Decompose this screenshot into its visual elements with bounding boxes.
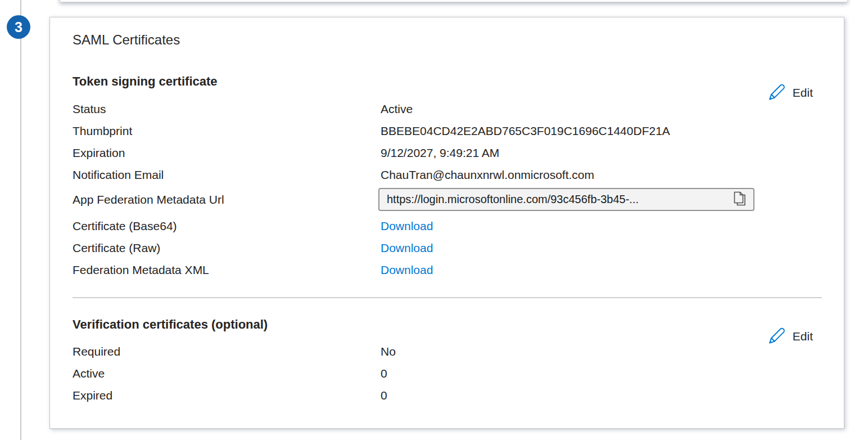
field-value: 0	[381, 367, 387, 380]
field-label: Expired	[73, 389, 381, 402]
field-label: Thumbprint	[73, 124, 381, 138]
field-value: No	[381, 345, 396, 358]
certificate-download-rows: Certificate (Base64) Download Certificat…	[73, 215, 821, 281]
field-label: Required	[73, 345, 381, 358]
verification-certificates-heading: Verification certificates (optional)	[73, 317, 268, 332]
field-value: Active	[381, 102, 413, 116]
card-title: SAML Certificates	[73, 32, 180, 48]
step-number: 3	[15, 19, 22, 35]
download-certificate-base64-link[interactable]: Download	[381, 219, 433, 233]
verification-fields: Required No Active 0 Expired 0	[73, 340, 821, 406]
field-label: Status	[73, 102, 381, 116]
stepper-connector-line	[20, 0, 21, 440]
field-value: BBEBE04CD42E2ABD765C3F019C1696C1440DF21A	[381, 124, 670, 138]
token-signing-certificate-heading: Token signing certificate	[73, 74, 218, 89]
saml-certificates-card: SAML Certificates Token signing certific…	[49, 17, 844, 429]
field-row-certificate-base64: Certificate (Base64) Download	[73, 215, 821, 237]
field-label: App Federation Metadata Url	[73, 193, 378, 206]
field-value: 0	[381, 389, 387, 402]
field-row-status: Status Active	[73, 98, 821, 120]
field-label: Federation Metadata XML	[73, 263, 381, 277]
section-divider	[73, 297, 822, 298]
field-row-expired-count: Expired 0	[73, 384, 821, 406]
saml-sso-step3-section: 3 SAML Certificates Token signing certif…	[0, 0, 868, 440]
field-row-expiration: Expiration 9/12/2027, 9:49:21 AM	[73, 142, 821, 164]
field-label: Certificate (Raw)	[73, 241, 381, 255]
field-label: Expiration	[73, 146, 381, 160]
field-row-required: Required No	[73, 340, 821, 362]
field-row-certificate-raw: Certificate (Raw) Download	[73, 237, 821, 259]
field-label: Certificate (Base64)	[73, 219, 381, 233]
copy-icon	[733, 191, 747, 208]
copy-to-clipboard-button[interactable]	[732, 191, 748, 208]
download-certificate-raw-link[interactable]: Download	[381, 241, 433, 255]
field-value: ChauTran@chaunxnrwl.onmicrosoft.com	[381, 168, 594, 182]
download-federation-metadata-xml-link[interactable]: Download	[381, 263, 433, 277]
token-signing-fields: Status Active Thumbprint BBEBE04CD42E2AB…	[73, 98, 821, 186]
field-value: 9/12/2027, 9:49:21 AM	[381, 146, 499, 160]
previous-step-card-edge	[60, 0, 848, 2]
field-row-notification-email: Notification Email ChauTran@chaunxnrwl.o…	[73, 164, 821, 186]
step-number-badge: 3	[7, 15, 30, 39]
field-row-active-count: Active 0	[73, 362, 821, 384]
app-federation-metadata-url-value: https://login.microsoftonline.com/93c456…	[387, 193, 732, 206]
field-label: Notification Email	[73, 168, 381, 182]
app-federation-metadata-url-box[interactable]: https://login.microsoftonline.com/93c456…	[378, 188, 754, 211]
field-row-federation-metadata-xml: Federation Metadata XML Download	[73, 259, 821, 281]
field-label: Active	[73, 367, 381, 380]
field-row-app-federation-metadata-url: App Federation Metadata Url https://logi…	[73, 188, 754, 211]
field-row-thumbprint: Thumbprint BBEBE04CD42E2ABD765C3F019C169…	[73, 120, 821, 142]
